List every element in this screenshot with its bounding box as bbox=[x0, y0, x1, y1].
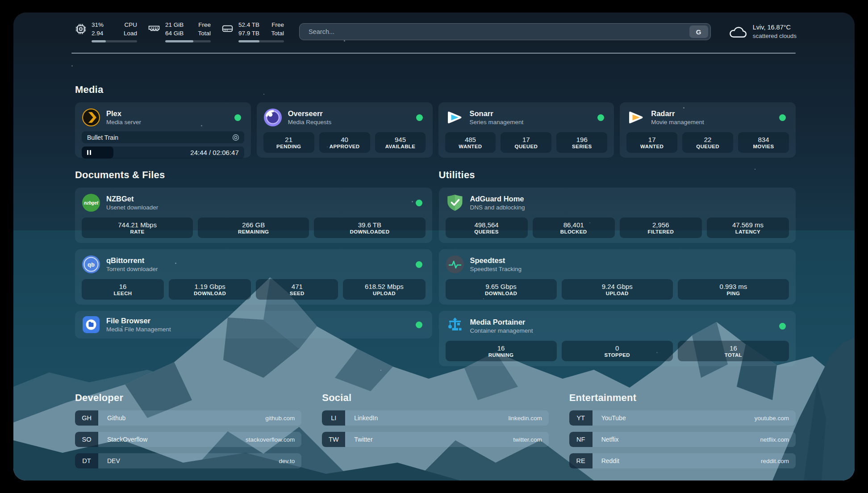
bookmark-twitter[interactable]: TW Twitter twitter.com bbox=[322, 432, 548, 447]
bookmark-name: Twitter bbox=[354, 436, 372, 443]
bookmark-abbr: NF bbox=[569, 432, 593, 447]
app-subtitle: DNS and adblocking bbox=[470, 204, 525, 212]
bookmark-netflix[interactable]: NF Netflix netflix.com bbox=[569, 432, 796, 447]
stat-tile: 945AVAILABLE bbox=[375, 132, 426, 153]
app-subtitle: Torrent downloader bbox=[106, 265, 158, 273]
app-card-radarr[interactable]: Radarr Movie management 17WANTED 22QUEUE… bbox=[620, 102, 796, 158]
bookmark-stackoverflow[interactable]: SO StackOverflow stackoverflow.com bbox=[75, 432, 301, 447]
app-card-qbittorrent[interactable]: qb qBittorrent Torrent downloader 16LEEC… bbox=[75, 249, 432, 305]
cpu-icon bbox=[75, 23, 87, 35]
stat-tile: 618.52 MbpsUPLOAD bbox=[343, 279, 425, 300]
status-dot bbox=[779, 323, 786, 330]
stat-tile: 17QUEUED bbox=[501, 132, 551, 153]
memory-label: Free bbox=[195, 21, 211, 29]
weather-location-temp: Lviv, 16.87°C bbox=[753, 23, 797, 32]
bookmark-abbr: LI bbox=[322, 410, 345, 426]
cpu-stat: 31% 2.94 CPU Load bbox=[75, 21, 137, 42]
bookmark-url: dev.to bbox=[279, 458, 295, 464]
app-title: Sonarr bbox=[470, 109, 524, 118]
bookmark-url: twitter.com bbox=[513, 436, 542, 443]
overseerr-icon bbox=[263, 108, 282, 127]
bookmark-name: LinkedIn bbox=[354, 414, 378, 422]
app-card-plex[interactable]: Plex Media server Bullet Train 24:44 / 0… bbox=[75, 102, 251, 158]
stat-tile: 9.65 GbpsDOWNLOAD bbox=[446, 279, 557, 300]
app-title: AdGuard Home bbox=[470, 194, 525, 204]
app-card-filebrowser[interactable]: File Browser Media File Management bbox=[75, 311, 432, 338]
bookmark-abbr: TW bbox=[322, 432, 345, 447]
section-title-developer: Developer bbox=[75, 392, 301, 404]
top-bar: 31% 2.94 CPU Load bbox=[75, 18, 797, 46]
radarr-icon bbox=[626, 108, 645, 127]
stat-tile: 266 GBREMAINING bbox=[198, 217, 309, 238]
bookmark-url: github.com bbox=[265, 415, 295, 422]
cpu-progress-track bbox=[92, 40, 137, 42]
app-card-nzbget[interactable]: nzbget NZBGet Usenet downloader 744.21 M… bbox=[75, 188, 432, 243]
search-input[interactable] bbox=[308, 28, 689, 36]
app-subtitle: Media Requests bbox=[288, 118, 332, 126]
search-area: G bbox=[299, 23, 711, 40]
stat-tile: 498,564QUERIES bbox=[446, 217, 528, 238]
weather-condition: scattered clouds bbox=[753, 32, 797, 40]
media-grid: Plex Media server Bullet Train 24:44 / 0… bbox=[75, 102, 796, 158]
section-title-entertainment: Entertainment bbox=[569, 392, 796, 404]
stat-tile: 22QUEUED bbox=[682, 132, 733, 153]
app-title: qBittorrent bbox=[106, 256, 158, 265]
app-card-portainer[interactable]: Media Portainer Container management 16R… bbox=[439, 311, 796, 366]
disk-stat: 52.4 TB 97.9 TB Free Total bbox=[221, 21, 284, 42]
app-card-adguard[interactable]: AdGuard Home DNS and adblocking 498,564Q… bbox=[439, 188, 796, 243]
content: Media Plex Media server Bullet Train bbox=[75, 84, 796, 475]
bookmark-youtube[interactable]: YT YouTube youtube.com bbox=[569, 410, 796, 426]
app-card-overseerr[interactable]: Overseerr Media Requests 21PENDING 40APP… bbox=[257, 102, 433, 158]
cpu-load-value: 2.94 bbox=[92, 29, 115, 38]
pause-icon[interactable] bbox=[87, 150, 91, 155]
section-title-social: Social bbox=[322, 392, 548, 404]
bookmark-url: linkedin.com bbox=[509, 415, 542, 422]
stat-tile: 2,956FILTERED bbox=[620, 217, 702, 238]
svg-text:nzbget: nzbget bbox=[84, 201, 99, 205]
status-dot bbox=[416, 261, 422, 268]
svg-text:qb: qb bbox=[88, 261, 95, 268]
stat-tile: 21PENDING bbox=[263, 132, 314, 153]
stat-tile: 485WANTED bbox=[445, 132, 496, 153]
disk-label: Free bbox=[268, 21, 284, 29]
bookmark-linkedin[interactable]: LI LinkedIn linkedin.com bbox=[322, 410, 548, 426]
bookmark-url: youtube.com bbox=[755, 415, 789, 422]
system-stats: 31% 2.94 CPU Load bbox=[75, 21, 284, 42]
status-dot bbox=[234, 114, 241, 121]
entertainment-column: Entertainment YT YouTube youtube.com NF … bbox=[569, 392, 796, 475]
bookmark-abbr: DT bbox=[75, 453, 98, 468]
bookmark-name: DEV bbox=[107, 457, 120, 464]
app-subtitle: Speedtest Tracking bbox=[470, 265, 522, 273]
cpu-percent: 31% bbox=[92, 21, 115, 29]
bookmark-url: netflix.com bbox=[760, 436, 789, 443]
stat-tile: 17WANTED bbox=[626, 132, 677, 153]
stat-tile: 744.21 MbpsRATE bbox=[82, 217, 193, 238]
search-box[interactable]: G bbox=[299, 23, 711, 40]
bookmark-abbr: RE bbox=[569, 453, 593, 468]
disk-total: 97.9 TB bbox=[238, 29, 262, 38]
bookmark-name: Netflix bbox=[601, 436, 619, 443]
bookmark-reddit[interactable]: RE Reddit reddit.com bbox=[569, 453, 796, 468]
cloud-icon bbox=[728, 24, 747, 39]
stat-tile: 16LEECH bbox=[82, 279, 164, 300]
memory-label2: Total bbox=[195, 29, 211, 38]
app-title: File Browser bbox=[106, 316, 171, 326]
ram-icon bbox=[148, 23, 160, 33]
topbar-divider bbox=[71, 53, 796, 54]
bookmark-github[interactable]: GH Github github.com bbox=[75, 410, 301, 426]
app-title: Media Portainer bbox=[470, 318, 533, 327]
developer-column: Developer GH Github github.com SO StackO… bbox=[75, 392, 301, 475]
app-card-sonarr[interactable]: Sonarr Series management 485WANTED 17QUE… bbox=[438, 102, 614, 158]
bookmark-abbr: GH bbox=[75, 410, 98, 426]
stat-tile: 47.569 msLATENCY bbox=[707, 217, 789, 238]
app-title: Radarr bbox=[651, 109, 704, 118]
portainer-icon bbox=[446, 317, 464, 335]
search-engine-button[interactable]: G bbox=[689, 25, 708, 38]
documents-column: Documents & Files nzbget NZBGet Usenet d… bbox=[75, 169, 432, 366]
bookmark-dev[interactable]: DT DEV dev.to bbox=[75, 453, 301, 468]
weather-widget[interactable]: Lviv, 16.87°C scattered clouds bbox=[728, 23, 797, 40]
stat-tile: 0STOPPED bbox=[562, 341, 673, 361]
bookmark-name: YouTube bbox=[601, 414, 626, 422]
utilities-column: Utilities AdGuard Home DNS and adblockin… bbox=[439, 169, 796, 366]
app-card-speedtest[interactable]: Speedtest Speedtest Tracking 9.65 GbpsDO… bbox=[439, 249, 796, 305]
